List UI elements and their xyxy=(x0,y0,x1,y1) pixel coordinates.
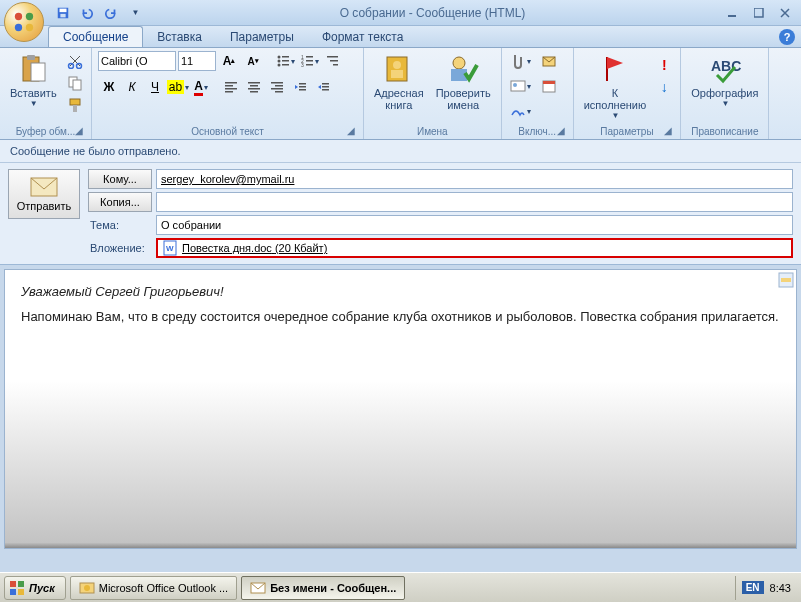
maximize-button[interactable] xyxy=(747,5,771,21)
windows-logo-icon xyxy=(9,580,25,596)
titlebar: ▼ О собрании - Сообщение (HTML) xyxy=(0,0,801,26)
paste-button[interactable]: Вставить ▼ xyxy=(6,51,61,110)
send-button[interactable]: Отправить xyxy=(8,169,80,219)
tab-options[interactable]: Параметры xyxy=(216,27,308,47)
svg-rect-69 xyxy=(10,589,16,595)
increase-indent-icon[interactable] xyxy=(312,77,334,97)
message-body[interactable]: Уважаемый Сергей Григорьевич! Напоминаю … xyxy=(4,269,797,549)
start-button[interactable]: Пуск xyxy=(4,576,66,600)
shrink-font-icon[interactable]: A▾ xyxy=(242,51,264,71)
group-proofing: ABC Орфография ▼ Правописание xyxy=(681,48,769,139)
svg-rect-43 xyxy=(271,88,283,90)
tab-format[interactable]: Формат текста xyxy=(308,27,417,47)
align-left-icon[interactable] xyxy=(220,77,242,97)
attach-item-icon[interactable] xyxy=(536,51,562,71)
taskbar: Пуск Microsoft Office Outlook ... Без им… xyxy=(0,572,801,602)
undo-icon[interactable] xyxy=(78,4,96,22)
spelling-button[interactable]: ABC Орфография ▼ xyxy=(687,51,762,110)
window-controls xyxy=(721,5,797,21)
bold-button[interactable]: Ж xyxy=(98,77,120,97)
taskbar-outlook[interactable]: Microsoft Office Outlook ... xyxy=(70,576,237,600)
svg-rect-17 xyxy=(73,105,77,112)
font-name-select[interactable] xyxy=(98,51,176,71)
body-text: Напоминаю Вам, что в среду состоится оче… xyxy=(21,309,780,324)
subject-field[interactable] xyxy=(156,215,793,235)
align-center-icon[interactable] xyxy=(243,77,265,97)
svg-rect-37 xyxy=(248,82,260,84)
cc-button[interactable]: Копия... xyxy=(88,192,152,212)
svg-point-72 xyxy=(84,585,90,591)
svg-rect-7 xyxy=(728,15,736,17)
high-importance-icon[interactable]: ! xyxy=(654,55,674,75)
tab-insert[interactable]: Вставка xyxy=(143,27,216,47)
address-book-button[interactable]: Адресная книга xyxy=(370,51,428,113)
cut-icon[interactable] xyxy=(65,51,85,71)
font-dialog-launcher[interactable]: ◢ xyxy=(345,125,357,137)
calendar-icon[interactable] xyxy=(536,76,562,96)
options-dialog-launcher[interactable]: ◢ xyxy=(662,125,674,137)
svg-text:W: W xyxy=(166,244,174,253)
highlight-button[interactable]: ab▾ xyxy=(167,77,189,97)
format-painter-icon[interactable] xyxy=(65,95,85,115)
redo-icon[interactable] xyxy=(102,4,120,22)
group-followup: К исполнению ▼ ! ↓ Параметры◢ xyxy=(574,48,682,139)
svg-rect-49 xyxy=(322,86,329,88)
decrease-indent-icon[interactable] xyxy=(289,77,311,97)
system-tray: EN 8:43 xyxy=(735,576,797,600)
clipboard-dialog-launcher[interactable]: ◢ xyxy=(73,125,85,137)
minimize-button[interactable] xyxy=(721,5,745,21)
tab-message[interactable]: Сообщение xyxy=(48,26,143,47)
language-indicator[interactable]: EN xyxy=(742,581,764,594)
include-dialog-launcher[interactable]: ◢ xyxy=(555,125,567,137)
attach-file-icon[interactable]: ▾ xyxy=(508,51,534,71)
svg-point-52 xyxy=(393,61,401,69)
chevron-down-icon: ▼ xyxy=(611,111,619,120)
check-names-button[interactable]: Проверить имена xyxy=(432,51,495,113)
align-right-icon[interactable] xyxy=(266,77,288,97)
attachment-field[interactable]: W Повестка дня.doc (20 Кбайт) xyxy=(156,238,793,258)
bullets-icon[interactable]: ▾ xyxy=(274,51,296,71)
clock[interactable]: 8:43 xyxy=(770,582,791,594)
clipboard-icon xyxy=(17,53,49,85)
office-button[interactable] xyxy=(4,2,44,42)
signature-icon[interactable]: ▾ xyxy=(508,101,534,121)
underline-button[interactable]: Ч xyxy=(144,77,166,97)
message-icon xyxy=(250,580,266,596)
follow-up-button[interactable]: К исполнению ▼ xyxy=(580,51,651,122)
cc-field[interactable] xyxy=(156,192,793,212)
svg-rect-32 xyxy=(333,64,338,66)
save-icon[interactable] xyxy=(54,4,72,22)
ribbon: Вставить ▼ Буфер обм...◢ A▴ A▾ ▾ 123▾ xyxy=(0,48,801,140)
svg-rect-70 xyxy=(18,589,24,595)
svg-rect-25 xyxy=(306,56,313,58)
to-field[interactable] xyxy=(156,169,793,189)
spellcheck-icon: ABC xyxy=(709,53,741,85)
window-title: О собрании - Сообщение (HTML) xyxy=(144,6,721,20)
close-button[interactable] xyxy=(773,5,797,21)
svg-point-22 xyxy=(277,64,280,67)
svg-rect-21 xyxy=(282,60,289,62)
to-button[interactable]: Кому... xyxy=(88,169,152,189)
ribbon-tabs: Сообщение Вставка Параметры Формат текст… xyxy=(0,26,801,48)
grow-font-icon[interactable]: A▴ xyxy=(218,51,240,71)
taskbar-message[interactable]: Без имени - Сообщен... xyxy=(241,576,405,600)
svg-point-0 xyxy=(15,13,22,20)
svg-point-54 xyxy=(453,57,465,69)
font-color-button[interactable]: A▾ xyxy=(190,77,212,97)
help-button[interactable]: ? xyxy=(779,29,795,45)
svg-rect-50 xyxy=(322,89,329,91)
numbering-icon[interactable]: 123▾ xyxy=(298,51,320,71)
low-importance-icon[interactable]: ↓ xyxy=(654,77,674,97)
ruler-toggle-icon[interactable] xyxy=(778,272,794,288)
multilevel-list-icon[interactable] xyxy=(322,51,344,71)
business-card-icon[interactable]: ▾ xyxy=(508,76,534,96)
font-size-select[interactable] xyxy=(178,51,216,71)
svg-rect-48 xyxy=(322,83,329,85)
chevron-down-icon: ▼ xyxy=(721,99,729,108)
qat-more-icon[interactable]: ▼ xyxy=(126,4,144,22)
italic-button[interactable]: К xyxy=(121,77,143,97)
svg-rect-5 xyxy=(60,8,67,12)
svg-rect-66 xyxy=(781,278,791,282)
copy-icon[interactable] xyxy=(65,73,85,93)
svg-rect-53 xyxy=(391,70,403,78)
